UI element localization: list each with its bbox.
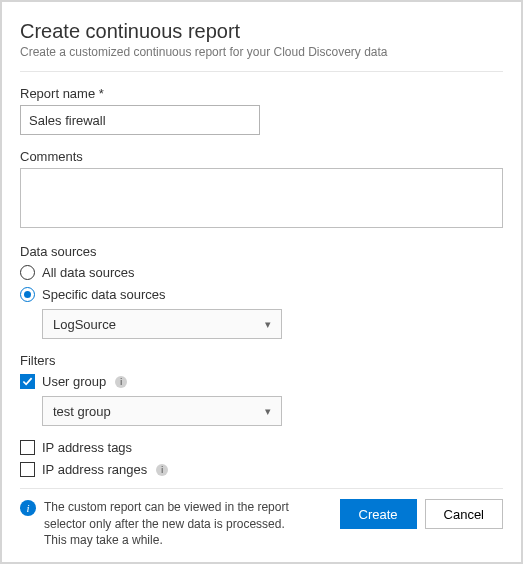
comments-label: Comments [20,149,503,164]
cancel-button[interactable]: Cancel [425,499,503,529]
info-icon[interactable]: i [156,464,168,476]
data-source-select[interactable]: LogSource ▾ [42,309,282,339]
filter-ip-ranges[interactable]: IP address ranges i [20,462,503,477]
radio-specific-label: Specific data sources [42,287,166,302]
create-button[interactable]: Create [340,499,417,529]
filters-label: Filters [20,353,503,368]
filter-user-group[interactable]: User group i [20,374,503,389]
required-mark: * [99,86,104,101]
select-value: LogSource [53,317,116,332]
footer-buttons: Create Cancel [340,499,504,529]
data-sources-label: Data sources [20,244,503,259]
report-name-input[interactable] [20,105,260,135]
radio-all-data-sources[interactable]: All data sources [20,265,503,280]
dialog-subtitle: Create a customized continuous report fo… [20,45,503,59]
radio-icon [20,265,35,280]
dialog-title: Create continuous report [20,20,503,43]
footer-info-text: The custom report can be viewed in the r… [44,499,332,548]
report-name-label-text: Report name [20,86,95,101]
info-icon[interactable]: i [115,376,127,388]
comments-textarea[interactable] [20,168,503,228]
dialog-footer: i The custom report can be viewed in the… [20,488,503,548]
user-group-select[interactable]: test group ▾ [42,396,282,426]
radio-icon [20,287,35,302]
checkbox-icon [20,462,35,477]
checkbox-icon [20,440,35,455]
radio-all-label: All data sources [42,265,135,280]
radio-specific-data-sources[interactable]: Specific data sources [20,287,503,302]
create-continuous-report-dialog: Create continuous report Create a custom… [0,0,523,564]
filter-ip-tags[interactable]: IP address tags [20,440,503,455]
report-name-label: Report name * [20,86,503,101]
filter-ip-tags-label: IP address tags [42,440,132,455]
chevron-down-icon: ▾ [265,318,271,331]
chevron-down-icon: ▾ [265,405,271,418]
checkbox-icon [20,374,35,389]
filter-ip-ranges-label: IP address ranges [42,462,147,477]
filter-user-group-label: User group [42,374,106,389]
divider [20,71,503,72]
info-icon: i [20,500,36,516]
select-value: test group [53,404,111,419]
